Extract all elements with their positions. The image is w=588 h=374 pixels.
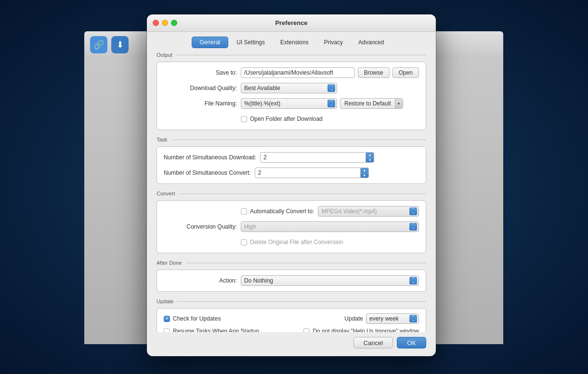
quality-select-wrap: High xyxy=(241,221,419,232)
dialog-title: Preference xyxy=(275,19,307,26)
task-section-label: Task xyxy=(157,137,168,142)
update-freq-select[interactable]: every week xyxy=(366,313,419,324)
dialog-titlebar: Preference xyxy=(147,14,436,32)
check-updates-row: Check for Updates Update every week xyxy=(164,313,419,324)
convert-section-content: Automatically Convert to: MPEG4 Video(*.… xyxy=(157,200,426,253)
browse-button[interactable]: Browse xyxy=(358,67,390,78)
dialog-footer: Cancel OK xyxy=(147,332,436,356)
tab-extensions[interactable]: Extensions xyxy=(273,37,316,48)
action-select-wrap: Do Nothing xyxy=(241,275,419,286)
file-naming-row: File Naming: %(title).%(ext) Restore to … xyxy=(164,98,419,109)
sim-convert-stepper-wrap: ▲ ▼ xyxy=(255,168,369,178)
update-section-content: Check for Updates Update every week xyxy=(157,308,426,332)
delete-original-row: Delete Original File after Conversion xyxy=(164,236,419,248)
update-freq-select-wrap: every week xyxy=(366,313,419,324)
action-row: Action: Do Nothing xyxy=(164,275,419,286)
output-section-label: Output xyxy=(157,52,172,58)
sim-download-decrement[interactable]: ▼ xyxy=(366,158,374,163)
save-to-row: Save to: Browse Open xyxy=(164,67,419,78)
task-section: Task Number of Simultaneous Download: ▲ … xyxy=(157,137,426,184)
file-naming-label: File Naming: xyxy=(164,100,241,107)
auto-convert-label: Automatically Convert to: xyxy=(250,208,314,215)
auto-convert-checkbox[interactable] xyxy=(241,208,247,215)
restore-default-button[interactable]: Restore to Default ▾ xyxy=(340,98,403,109)
open-folder-checkbox-row: Open Folder after Download xyxy=(241,116,323,122)
save-to-input[interactable] xyxy=(241,67,355,78)
update-label: Update xyxy=(344,315,363,322)
sim-convert-stepper-buttons: ▲ ▼ xyxy=(361,168,369,178)
download-quality-select-wrap: Best Available xyxy=(241,83,337,93)
output-section-rule xyxy=(176,55,426,55)
sim-download-input[interactable] xyxy=(260,152,366,163)
open-folder-row: Open Folder after Download xyxy=(164,113,419,125)
download-quality-label: Download Quality: xyxy=(164,85,241,91)
close-button[interactable] xyxy=(153,20,159,26)
preference-dialog: Preference General UI Settings Extension… xyxy=(147,14,436,356)
check-updates-label: Check for Updates xyxy=(173,315,221,322)
download-quality-row: Download Quality: Best Available xyxy=(164,82,419,94)
tab-bar: General UI Settings Extensions Privacy A… xyxy=(147,32,436,52)
sim-convert-increment[interactable]: ▲ xyxy=(361,168,368,173)
sim-convert-row: Number of Simultaneous Convert: ▲ ▼ xyxy=(164,167,419,179)
sim-download-label: Number of Simultaneous Download: xyxy=(164,154,260,161)
tab-general[interactable]: General xyxy=(192,37,229,48)
check-updates-checkbox-row: Check for Updates xyxy=(164,315,221,322)
sim-download-stepper-wrap: ▲ ▼ xyxy=(260,152,374,163)
file-naming-select-wrap: %(title).%(ext) xyxy=(241,98,337,109)
conversion-quality-label: Conversion Quality: xyxy=(164,223,241,230)
action-select[interactable]: Do Nothing xyxy=(241,275,419,286)
quality-select[interactable]: High xyxy=(241,221,419,232)
sim-download-increment[interactable]: ▲ xyxy=(366,153,374,158)
download-icon: ⬇ xyxy=(111,36,129,53)
update-section: Update Check for Updates Update every we… xyxy=(157,298,426,332)
after-done-section-content: Action: Do Nothing xyxy=(157,270,426,292)
after-done-section-rule xyxy=(186,263,426,263)
no-help-improve-label: Do not display "Help Us Improve" window xyxy=(313,328,419,332)
auto-convert-checkbox-row: Automatically Convert to: xyxy=(241,208,314,215)
update-section-rule xyxy=(177,301,426,302)
open-button[interactable]: Open xyxy=(392,67,419,78)
sim-convert-decrement[interactable]: ▼ xyxy=(361,173,368,178)
format-select-wrap: MPEG4 Video(*.mp4) xyxy=(318,206,419,217)
no-help-improve-checkbox-row: Do not display "Help Us Improve" window xyxy=(303,328,419,332)
convert-section-rule xyxy=(179,193,426,194)
restore-default-label: Restore to Default xyxy=(340,100,395,107)
sim-convert-input[interactable] xyxy=(255,168,361,178)
after-done-section-label: After Done xyxy=(157,260,182,266)
link-icon: 🔗 xyxy=(90,36,107,53)
convert-section: Convert Automatically Convert to: MPEG4 … xyxy=(157,191,426,253)
resume-tasks-checkbox-row: Resume Tasks When App Startup xyxy=(164,328,259,332)
save-to-label: Save to: xyxy=(164,69,241,76)
minimize-button[interactable] xyxy=(162,20,168,26)
auto-convert-row: Automatically Convert to: MPEG4 Video(*.… xyxy=(164,206,419,217)
ok-button[interactable]: OK xyxy=(397,337,426,348)
restore-default-dropdown-arrow: ▾ xyxy=(395,98,403,109)
after-done-section: After Done Action: Do Nothing xyxy=(157,260,426,292)
maximize-button[interactable] xyxy=(171,20,177,26)
no-help-improve-checkbox[interactable] xyxy=(303,328,310,333)
check-updates-checkbox[interactable] xyxy=(164,316,170,322)
dialog-body: Output Save to: Browse Open Download Qua… xyxy=(147,52,436,332)
download-quality-select[interactable]: Best Available xyxy=(241,83,337,93)
update-section-label: Update xyxy=(157,298,173,304)
resume-tasks-checkbox[interactable] xyxy=(164,328,170,333)
sim-download-row: Number of Simultaneous Download: ▲ ▼ xyxy=(164,152,419,163)
output-section-content: Save to: Browse Open Download Quality: B… xyxy=(157,62,426,130)
tab-advanced[interactable]: Advanced xyxy=(351,37,391,48)
resume-tasks-row: Resume Tasks When App Startup Do not dis… xyxy=(164,328,419,332)
task-section-content: Number of Simultaneous Download: ▲ ▼ Num… xyxy=(157,146,426,184)
format-select[interactable]: MPEG4 Video(*.mp4) xyxy=(318,206,419,217)
open-folder-label: Open Folder after Download xyxy=(250,116,323,122)
cancel-button[interactable]: Cancel xyxy=(353,337,393,348)
action-label: Action: xyxy=(164,277,241,284)
tab-ui-settings[interactable]: UI Settings xyxy=(229,37,272,48)
open-folder-checkbox[interactable] xyxy=(241,116,247,122)
task-section-rule xyxy=(171,140,426,140)
convert-section-label: Convert xyxy=(157,191,175,196)
delete-original-checkbox-row: Delete Original File after Conversion xyxy=(241,239,343,245)
traffic-lights xyxy=(153,20,177,26)
tab-privacy[interactable]: Privacy xyxy=(317,37,350,48)
delete-original-checkbox[interactable] xyxy=(241,239,247,245)
conversion-quality-row: Conversion Quality: High xyxy=(164,221,419,232)
file-naming-select[interactable]: %(title).%(ext) xyxy=(241,98,337,109)
